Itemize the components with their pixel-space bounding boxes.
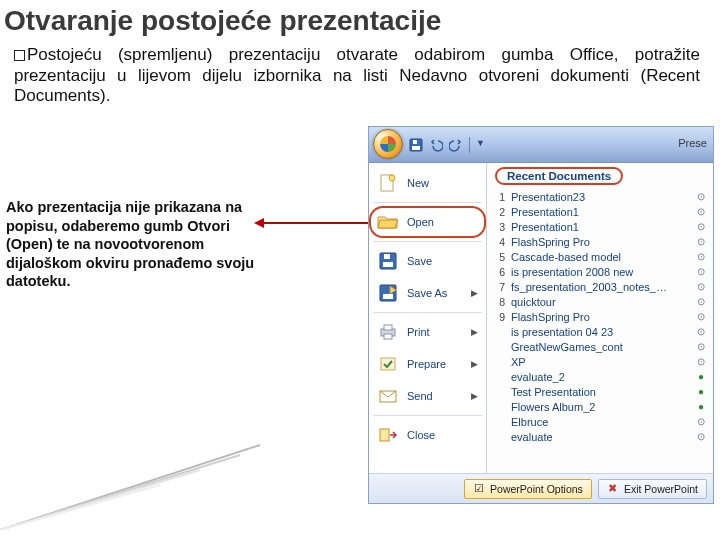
exit-button[interactable]: ✖ Exit PowerPoint xyxy=(598,479,707,499)
recent-doc-name: quicktour xyxy=(511,296,556,308)
recent-doc-name: FlashSpring Pro xyxy=(511,311,590,323)
menu-item-new[interactable]: New xyxy=(369,167,486,199)
recent-doc-item[interactable]: evaluate⊙ xyxy=(495,429,707,444)
qat-save-icon[interactable] xyxy=(409,138,423,152)
menu-item-save-as[interactable]: Save As ▶ xyxy=(369,277,486,309)
pin-icon[interactable]: ⊙ xyxy=(695,221,707,233)
recent-doc-name: is presentation 2008 new xyxy=(511,266,633,278)
menu-label-open: Open xyxy=(407,216,434,228)
recent-doc-name: is presentation 04 23 xyxy=(511,326,613,338)
pin-icon[interactable]: ⊙ xyxy=(695,431,707,443)
pin-icon[interactable]: ⊙ xyxy=(695,326,707,338)
recent-doc-item[interactable]: 7fs_presentation_2003_notes_with_sound1⊙ xyxy=(495,279,707,294)
pin-icon[interactable]: ● xyxy=(695,371,707,383)
recent-documents-header: Recent Documents xyxy=(495,167,623,185)
menu-label-close: Close xyxy=(407,429,435,441)
recent-doc-name: Presentation1 xyxy=(511,206,579,218)
recent-doc-item[interactable]: 1Presentation23⊙ xyxy=(495,189,707,204)
menu-label-save: Save xyxy=(407,255,432,267)
qat-redo-icon[interactable] xyxy=(449,138,463,152)
menu-item-close[interactable]: Close xyxy=(369,419,486,451)
recent-doc-item[interactable]: 8quicktour⊙ xyxy=(495,294,707,309)
recent-doc-name: Cascade-based model xyxy=(511,251,621,263)
svg-point-4 xyxy=(389,175,395,181)
recent-doc-name: Presentation23 xyxy=(511,191,585,203)
recent-doc-item[interactable]: Test Presentation● xyxy=(495,384,707,399)
pin-icon[interactable]: ⊙ xyxy=(695,356,707,368)
menu-item-open[interactable]: Open xyxy=(369,206,486,238)
menu-label-save-as: Save As xyxy=(407,287,447,299)
recent-doc-name: GreatNewGames_cont xyxy=(511,341,623,353)
recent-doc-item[interactable]: Flowers Album_2● xyxy=(495,399,707,414)
printer-icon xyxy=(375,321,401,343)
pin-icon[interactable]: ⊙ xyxy=(695,191,707,203)
recent-doc-item[interactable]: 6is presentation 2008 new⊙ xyxy=(495,264,707,279)
pin-icon[interactable]: ⊙ xyxy=(695,206,707,218)
save-icon xyxy=(375,250,401,272)
recent-doc-item[interactable]: 4FlashSpring Pro⊙ xyxy=(495,234,707,249)
qat-separator xyxy=(469,137,470,153)
pin-icon[interactable]: ⊙ xyxy=(695,266,707,278)
prepare-icon xyxy=(375,353,401,375)
pin-icon[interactable]: ⊙ xyxy=(695,236,707,248)
recent-doc-item[interactable]: 2Presentation1⊙ xyxy=(495,204,707,219)
recent-documents-list: 1Presentation23⊙2Presentation1⊙3Presenta… xyxy=(495,189,707,444)
recent-doc-number: 8 xyxy=(495,296,505,308)
office-button-icon[interactable] xyxy=(373,129,403,159)
pin-icon[interactable]: ⊙ xyxy=(695,311,707,323)
pin-icon[interactable]: ● xyxy=(695,401,707,413)
recent-doc-item[interactable]: is presentation 04 23⊙ xyxy=(495,324,707,339)
menu-item-print[interactable]: Print ▶ xyxy=(369,316,486,348)
pin-icon[interactable]: ⊙ xyxy=(695,251,707,263)
pin-icon[interactable]: ⊙ xyxy=(695,296,707,308)
qat-undo-icon[interactable] xyxy=(429,138,443,152)
recent-documents-pane: Recent Documents 1Presentation23⊙2Presen… xyxy=(487,163,713,473)
svg-rect-13 xyxy=(381,358,395,370)
pin-icon[interactable]: ⊙ xyxy=(695,416,707,428)
pin-icon[interactable]: ⊙ xyxy=(695,341,707,353)
pin-icon[interactable]: ● xyxy=(695,386,707,398)
callout-arrow-icon xyxy=(262,222,370,224)
recent-doc-name: Elbruce xyxy=(511,416,548,428)
recent-doc-name: Presentation1 xyxy=(511,221,579,233)
recent-doc-item[interactable]: 5Cascade-based model⊙ xyxy=(495,249,707,264)
body-paragraph: Postojeću (spremljenu) prezentaciju otva… xyxy=(0,43,720,107)
svg-rect-9 xyxy=(383,294,393,299)
options-label: PowerPoint Options xyxy=(490,483,583,495)
recent-doc-number: 3 xyxy=(495,221,505,233)
quick-access-toolbar[interactable]: ▼ xyxy=(409,135,490,155)
pin-icon[interactable]: ⊙ xyxy=(695,281,707,293)
recent-doc-item[interactable]: 9FlashSpring Pro⊙ xyxy=(495,309,707,324)
submenu-arrow-icon: ▶ xyxy=(471,359,478,369)
svg-rect-11 xyxy=(384,325,392,330)
svg-rect-7 xyxy=(384,254,390,259)
qat-dropdown-icon[interactable]: ▼ xyxy=(476,138,490,152)
recent-doc-item[interactable]: evaluate_2● xyxy=(495,369,707,384)
recent-doc-name: evaluate xyxy=(511,431,553,443)
recent-doc-number: 6 xyxy=(495,266,505,278)
recent-doc-name: Flowers Album_2 xyxy=(511,401,595,413)
recent-doc-item[interactable]: Elbruce⊙ xyxy=(495,414,707,429)
recent-doc-item[interactable]: GreatNewGames_cont⊙ xyxy=(495,339,707,354)
svg-rect-12 xyxy=(384,334,392,339)
folder-open-icon xyxy=(375,211,401,233)
recent-doc-number: 2 xyxy=(495,206,505,218)
recent-doc-item[interactable]: 3Presentation1⊙ xyxy=(495,219,707,234)
recent-doc-name: evaluate_2 xyxy=(511,371,565,383)
powerpoint-options-button[interactable]: ☑ PowerPoint Options xyxy=(464,479,592,499)
office-left-pane: New Open Save Save As ▶ Print ▶ xyxy=(369,163,487,473)
menu-item-send[interactable]: Send ▶ xyxy=(369,380,486,412)
bullet-box-icon xyxy=(14,50,25,61)
recent-doc-name: fs_presentation_2003_notes_with_sound1 xyxy=(511,281,671,293)
office-titlebar: ▼ Prese xyxy=(369,127,713,163)
body-rest: (spremljenu) prezentaciju otvarate odabi… xyxy=(14,45,700,105)
recent-doc-number: 7 xyxy=(495,281,505,293)
recent-doc-item[interactable]: XP⊙ xyxy=(495,354,707,369)
recent-doc-number: 5 xyxy=(495,251,505,263)
slide-title: Otvaranje postojeće prezentacije xyxy=(0,0,720,43)
recent-doc-number: 1 xyxy=(495,191,505,203)
menu-item-save[interactable]: Save xyxy=(369,245,486,277)
menu-item-prepare[interactable]: Prepare ▶ xyxy=(369,348,486,380)
recent-doc-number: 4 xyxy=(495,236,505,248)
svg-rect-1 xyxy=(412,146,420,150)
